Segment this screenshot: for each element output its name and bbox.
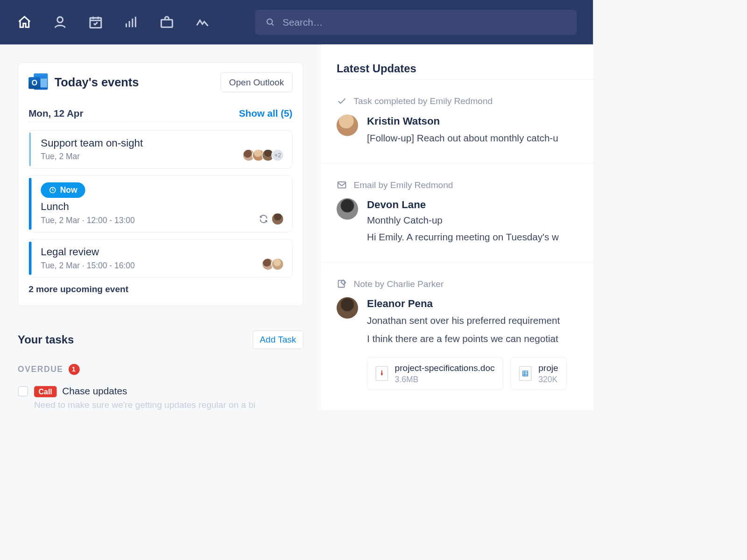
content: O Today's events Open Outlook Mon, 12 Ap… <box>0 44 593 410</box>
avatar <box>337 297 358 319</box>
now-badge: Now <box>41 182 85 198</box>
event-item[interactable]: Support team on-sight Tue, 2 Mar +2 <box>28 130 292 169</box>
overdue-count-badge: 1 <box>69 364 80 375</box>
right-column: Latest Updates Task completed by Emily R… <box>321 44 593 410</box>
update-text: [Follow-up] Reach out about monthly catc… <box>367 131 558 145</box>
avatar <box>271 258 284 271</box>
event-title: Legal review <box>41 246 284 258</box>
update-header: Note by Charlie Parker <box>337 279 593 289</box>
overdue-section-label: OVERDUE 1 <box>18 364 303 375</box>
event-title: Support team on-sight <box>41 137 284 149</box>
task-description: Need to make sure we're getting updates … <box>34 400 303 410</box>
update-text: Hi Emily. A recurring meeting on Tuesday… <box>367 230 559 244</box>
event-meta: Tue, 2 Mar <box>41 152 80 162</box>
attachment-name: proje <box>538 363 558 373</box>
attachment[interactable]: project-specifications.doc 3.6MB <box>367 357 503 390</box>
update-contact-name: Devon Lane <box>367 199 559 210</box>
update-item[interactable]: Email by Emily Redmond Devon Lane Monthl… <box>321 163 593 262</box>
update-header: Task completed by Emily Redmond <box>337 96 593 106</box>
update-header: Email by Emily Redmond <box>337 180 593 190</box>
update-contact-name: Kristin Watson <box>367 115 558 127</box>
top-nav <box>16 14 211 30</box>
top-bar <box>0 0 593 44</box>
event-attendees <box>259 213 284 225</box>
event-attendees <box>265 258 284 271</box>
event-item[interactable]: Now Lunch Tue, 2 Mar · 12:00 - 13:00 <box>28 175 292 232</box>
attachments: project-specifications.doc 3.6MB proje <box>367 357 593 390</box>
attendees-more: +2 <box>271 149 284 161</box>
search-box[interactable] <box>255 10 577 35</box>
event-item[interactable]: Legal review Tue, 2 Mar · 15:00 - 16:00 <box>28 239 292 278</box>
event-meta: Tue, 2 Mar · 12:00 - 13:00 <box>41 216 134 225</box>
event-attendees: +2 <box>246 149 284 161</box>
update-subject: Monthly Catch-up <box>367 215 559 226</box>
left-column: O Today's events Open Outlook Mon, 12 Ap… <box>0 44 321 410</box>
avatar <box>271 213 284 225</box>
event-meta: Tue, 2 Mar · 15:00 - 16:00 <box>41 261 134 271</box>
latest-updates-title: Latest Updates <box>337 62 593 75</box>
file-pdf-icon <box>375 366 388 381</box>
svg-rect-5 <box>338 182 346 188</box>
clock-icon <box>49 186 56 194</box>
nav-activity-icon[interactable] <box>194 14 211 30</box>
attachment-size: 320K <box>538 375 558 385</box>
nav-reports-icon[interactable] <box>123 14 140 30</box>
open-outlook-button[interactable]: Open Outlook <box>220 72 292 92</box>
svg-point-3 <box>267 19 272 24</box>
todays-events-card: O Today's events Open Outlook Mon, 12 Ap… <box>18 62 303 306</box>
recurring-icon[interactable] <box>259 214 268 224</box>
search-icon <box>266 17 275 28</box>
your-tasks-title: Your tasks <box>18 334 74 346</box>
attachment-size: 3.6MB <box>395 375 495 385</box>
more-events-link[interactable]: 2 more upcoming event <box>28 284 292 294</box>
task-title: Chase updates <box>62 385 127 397</box>
events-date: Mon, 12 Apr <box>28 108 83 119</box>
check-icon <box>337 96 347 106</box>
nav-deals-icon[interactable] <box>159 14 175 30</box>
nav-calendar-icon[interactable] <box>87 14 104 30</box>
task-row[interactable]: Call Chase updates Need to make sure we'… <box>18 385 303 410</box>
update-text: I think there are a few points we can ne… <box>367 332 593 346</box>
event-title: Lunch <box>41 201 284 212</box>
outlook-icon: O <box>28 73 48 92</box>
add-task-button[interactable]: Add Task <box>253 330 303 349</box>
attachment[interactable]: proje 320K <box>511 357 567 390</box>
update-text: Jonathan sent over his preferred require… <box>367 314 593 328</box>
nav-home-icon[interactable] <box>16 14 33 30</box>
task-type-badge: Call <box>34 386 56 397</box>
avatar <box>337 114 358 136</box>
update-contact-name: Eleanor Pena <box>367 298 593 309</box>
task-checkbox[interactable] <box>18 386 28 396</box>
update-item[interactable]: Note by Charlie Parker Eleanor Pena Jona… <box>321 262 593 407</box>
file-sheet-icon <box>519 366 532 381</box>
note-icon <box>337 279 347 289</box>
svg-rect-1 <box>90 18 101 28</box>
attachment-name: project-specifications.doc <box>395 363 495 373</box>
svg-point-0 <box>57 17 63 22</box>
events-title: Today's events <box>55 76 221 89</box>
show-all-link[interactable]: Show all (5) <box>239 108 293 119</box>
mail-icon <box>337 180 347 190</box>
update-item[interactable]: Task completed by Emily Redmond Kristin … <box>321 80 593 163</box>
svg-rect-2 <box>161 20 172 27</box>
nav-contacts-icon[interactable] <box>52 14 68 30</box>
avatar <box>337 198 358 220</box>
search-input[interactable] <box>282 16 566 28</box>
svg-rect-7 <box>523 371 528 376</box>
